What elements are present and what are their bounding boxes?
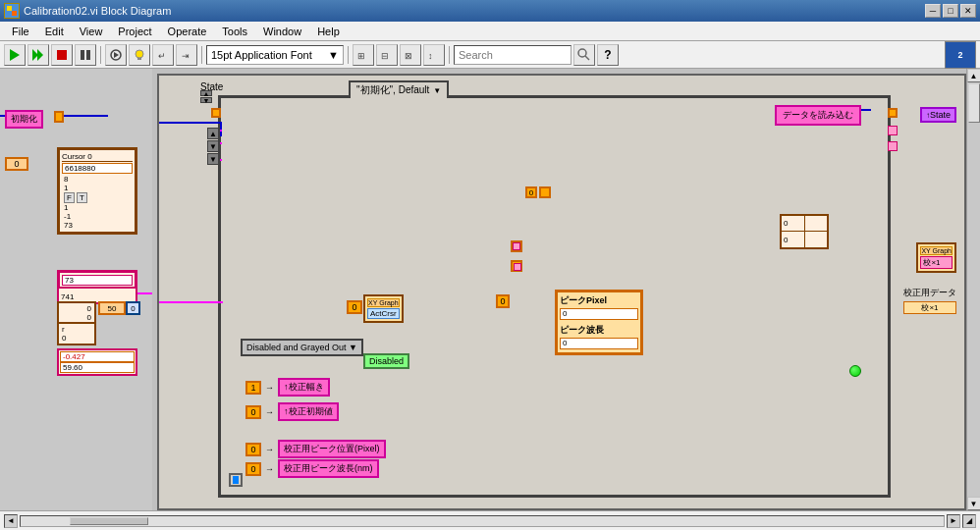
pause-button[interactable] [75, 44, 96, 66]
xy-graph-inner: XY Graph ActCrsr [363, 294, 404, 323]
cursor-val-5: 1 [62, 203, 133, 212]
font-selector[interactable]: 15pt Application Font ▼ [206, 45, 344, 65]
search-input[interactable] [454, 45, 572, 65]
distribute-button[interactable]: ⊟ [376, 44, 398, 66]
menu-project[interactable]: Project [110, 24, 159, 39]
minimize-button[interactable]: ─ [925, 4, 941, 18]
scroll-thumb-v[interactable] [968, 83, 980, 123]
maximize-button[interactable]: □ [943, 4, 958, 18]
ur-val-1: 0 [782, 216, 805, 231]
run-button[interactable] [4, 44, 26, 66]
calib-peak-pos-row: 0 → 校正用ピーク位置(Pixel) [245, 440, 386, 458]
svg-marker-3 [10, 49, 20, 61]
calib-peak-wave-label: 校正用ピーク波長(nm) [278, 459, 379, 478]
pink-dot-2 [220, 142, 222, 144]
toolbar-sep-3 [348, 46, 349, 64]
bottom-cluster: -0.427 59.60 [57, 348, 137, 376]
scroll-up-btn[interactable]: ▲ [967, 69, 981, 82]
svg-text:↵: ↵ [158, 51, 166, 61]
menu-operate[interactable]: Operate [160, 24, 215, 39]
term-box-1 [511, 240, 522, 252]
scroll-left-btn[interactable]: ◄ [4, 514, 18, 528]
menu-window[interactable]: Window [255, 24, 309, 39]
peak-pixel-val: 0 [560, 308, 638, 320]
init-button[interactable]: 初期化 [5, 110, 43, 129]
state-terminal-right[interactable]: ↑State [920, 107, 956, 123]
peak-pixel-label: ピークPixel [560, 294, 638, 307]
case-down-arrow-1[interactable]: ▼ [207, 140, 219, 152]
orange-box-1: 50 [98, 301, 126, 315]
xy-graph-right-sub: 校×1 [920, 256, 953, 269]
wire-to-read-btn [861, 109, 871, 111]
pink-inner-1 [513, 242, 520, 250]
align-button[interactable]: ⊞ [353, 44, 374, 66]
disabled-label: Disabled [363, 353, 409, 369]
case-down-arrow-2[interactable]: ▼ [207, 153, 219, 165]
vi-icon: 2 [945, 41, 976, 69]
svg-text:⇥: ⇥ [182, 51, 190, 61]
terminal-left-1 [54, 111, 64, 123]
run-continuously-button[interactable] [27, 44, 49, 66]
wire-blue-2 [59, 115, 108, 117]
horizontal-scrollbar [20, 515, 945, 527]
menu-file[interactable]: File [4, 24, 37, 39]
menu-view[interactable]: View [72, 24, 111, 39]
terminal-case-right-2 [888, 126, 898, 135]
svg-marker-5 [37, 49, 43, 61]
menu-help[interactable]: Help [309, 24, 348, 39]
help-button[interactable]: ? [597, 44, 619, 66]
calib-width-arrow: → [265, 383, 274, 393]
scroll-down-btn[interactable]: ▼ [967, 497, 981, 510]
cursor-cluster: Cursor 0 6618880 8 1 F T 1 -1 73 [57, 147, 137, 235]
blue-wire-top [159, 122, 220, 124]
app-icon [4, 3, 20, 19]
cursor-val-4: F T [62, 192, 133, 203]
terminal-case-right-3 [888, 141, 898, 151]
order-button[interactable]: ↕ [423, 44, 445, 66]
ur-val-2 [805, 216, 828, 231]
ur-val-3: 0 [782, 232, 805, 247]
val-0a: 0 [60, 304, 93, 313]
diagram: State ▲ ▼ "初期化", Default ▼ ▲ ▼ ▼ [157, 74, 966, 510]
xy-graph-inner-label: XY Graph [367, 298, 400, 307]
disabled-dropdown[interactable]: Disabled and Grayed Out ▼ [241, 339, 363, 356]
scroll-up-arrow[interactable]: ▲ [200, 90, 212, 96]
calib-peak-pos-label: 校正用ピーク位置(Pixel) [278, 440, 386, 458]
read-data-button[interactable]: データを読み込む [775, 105, 861, 126]
cursor-val-3: 1 [62, 184, 133, 192]
case-selector[interactable]: "初期化", Default ▼ [349, 80, 449, 98]
wire-blue-1 [0, 115, 5, 117]
ur-val-4 [805, 232, 828, 247]
search-button[interactable] [573, 44, 595, 66]
abort-button[interactable] [51, 44, 73, 66]
act-crsr-label: ActCrsr [367, 308, 400, 319]
cursor-val-7: 73 [62, 221, 133, 230]
main-area: 初期化 0 Cursor 0 6618880 8 1 F T 1 -1 73 [0, 69, 980, 510]
toolbar: ↵ ⇥ 15pt Application Font ▼ ⊞ ⊟ ⊠ ↕ ? 2 [0, 41, 980, 69]
case-up-arrow[interactable]: ▲ [207, 128, 219, 139]
step-into-button[interactable] [105, 44, 127, 66]
case-dropdown-arrow: ▼ [433, 86, 441, 95]
cursor-val-6: -1 [62, 212, 133, 221]
zero-ctrl[interactable]: 0 [5, 157, 28, 171]
small-cluster-2: r 0 [57, 322, 96, 345]
toolbar-sep-1 [100, 46, 101, 64]
scroll-thumb-h[interactable] [70, 517, 148, 525]
menu-edit[interactable]: Edit [37, 24, 72, 39]
resize-button[interactable]: ⊠ [400, 44, 421, 66]
scroll-down-arrow[interactable]: ▼ [200, 97, 212, 103]
menu-tools[interactable]: Tools [214, 24, 255, 39]
svg-text:↕: ↕ [428, 51, 433, 61]
calib-width-row: 1 → ↑校正幅き [245, 378, 330, 397]
scroll-right-btn[interactable]: ► [947, 514, 960, 528]
val-0c: 0 [60, 334, 93, 343]
upper-right-row-1: 0 [782, 216, 827, 232]
step-out-button[interactable]: ⇥ [176, 44, 197, 66]
titlebar: Calibration02.vi Block Diagram ─ □ ✕ [0, 0, 980, 22]
close-button[interactable]: ✕ [960, 4, 976, 18]
svg-text:⊞: ⊞ [357, 51, 365, 61]
upper-right-row-2: 0 [782, 232, 827, 247]
highlight-button[interactable] [129, 44, 150, 66]
step-over-button[interactable]: ↵ [152, 44, 174, 66]
corner-box[interactable]: ◢ [962, 514, 976, 528]
